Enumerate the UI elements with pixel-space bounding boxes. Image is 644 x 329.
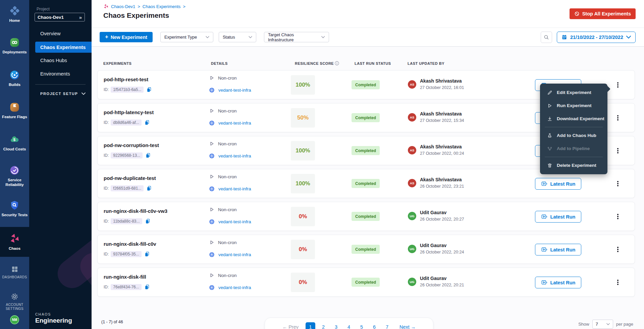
experiment-name[interactable]: pod-http-latency-test <box>104 109 154 115</box>
column-experiments: EXPERIMENTS <box>103 61 131 65</box>
sidebar-item-home[interactable]: Home <box>0 0 29 27</box>
resilience-score: 100% <box>291 75 315 95</box>
menu-item-add-to-pipeline[interactable]: Add to Pipeline <box>540 142 607 155</box>
copy-icon[interactable] <box>144 251 150 257</box>
row-menu-kebab[interactable] <box>615 146 621 155</box>
latest-run-button[interactable]: Latest Run <box>535 178 581 190</box>
experiment-name[interactable]: run-nginx-disk-fill-c0v <box>104 241 156 247</box>
gear-icon <box>10 292 19 301</box>
pagination-prev[interactable]: ← Prev <box>282 324 299 329</box>
project-setup-section[interactable]: PROJECT SETUP <box>40 92 86 96</box>
kubernetes-icon <box>209 87 215 93</box>
row-menu-kebab[interactable] <box>615 81 621 89</box>
latest-run-button[interactable]: Latest Run <box>535 244 581 255</box>
sidebar-item-service-reliability[interactable]: Service Reliability <box>0 161 29 191</box>
pagination-page-2[interactable]: 2 <box>317 322 330 329</box>
copy-icon[interactable] <box>144 284 150 290</box>
latest-run-button[interactable]: Latest Run <box>535 211 581 223</box>
sidebar-item-builds[interactable]: Builds <box>0 66 29 91</box>
experiment-id: 92296568-13... <box>111 152 143 158</box>
sidebar-item-deployments[interactable]: Deployments <box>0 34 29 58</box>
experiment-name[interactable]: pod-nw-duplicate-test <box>104 175 156 181</box>
experiment-name[interactable]: pod-nw-corruption-test <box>104 142 159 148</box>
infrastructure-link[interactable]: vedant-test-infra <box>218 285 251 290</box>
pagination-next[interactable]: Next → <box>399 324 416 329</box>
stop-all-experiments-button[interactable]: Stop All Experiments <box>570 8 636 19</box>
latest-run-button[interactable]: Latest Run <box>535 277 581 288</box>
copy-icon[interactable] <box>144 120 150 126</box>
experiment-id: 76e8f434-76... <box>111 284 141 290</box>
info-icon[interactable] <box>334 61 339 66</box>
copy-icon[interactable] <box>146 185 152 191</box>
new-experiment-button[interactable]: + New Experiment <box>100 32 153 42</box>
pagination-page-3[interactable]: 3 <box>330 322 342 329</box>
sidebar-item-dashboards[interactable]: DASHBOARDS <box>0 262 29 283</box>
user-avatar[interactable]: NM <box>10 315 19 324</box>
experiment-type-filter[interactable]: Experiment Type <box>160 32 213 42</box>
copy-icon[interactable] <box>146 87 152 93</box>
nav-item-environments[interactable]: Environments <box>29 67 92 81</box>
status-badge: Completed <box>352 245 380 254</box>
schedule-label: Non-cron <box>218 240 237 245</box>
breadcrumb-project-link[interactable]: Chaos-Dev1 <box>111 4 135 9</box>
copy-icon[interactable] <box>145 152 151 158</box>
pagination-page-5[interactable]: 5 <box>355 322 368 329</box>
row-menu-kebab[interactable] <box>615 113 621 122</box>
copy-icon[interactable] <box>145 218 151 224</box>
row-menu-kebab[interactable] <box>615 245 621 254</box>
date-range-picker[interactable]: 21/10/2022 - 27/10/2022 <box>557 32 636 43</box>
row-menu-kebab[interactable] <box>615 179 621 188</box>
infrastructure-link[interactable]: vedant-test-infra <box>218 88 251 93</box>
page-size-select[interactable]: 7 <box>592 320 613 329</box>
sidebar-item-feature-flags[interactable]: Feature Flags <box>0 98 29 123</box>
filter-label: Experiment Type <box>164 35 197 40</box>
pagination-page-4[interactable]: 4 <box>342 322 355 329</box>
resilience-score: 0% <box>291 240 315 259</box>
breadcrumb-page-link[interactable]: Chaos Experiments <box>143 4 180 9</box>
experiment-id: 93784f05-35... <box>111 251 141 257</box>
search-button[interactable] <box>541 32 552 43</box>
nav-item-chaos-experiments[interactable]: Chaos Experiments <box>35 42 92 53</box>
experiment-name[interactable]: run-nginx-disk-fill-c0v-vw3 <box>104 208 167 214</box>
infrastructure-link[interactable]: vedant-test-infra <box>218 252 251 257</box>
trash-icon <box>547 163 552 168</box>
cron-play-icon <box>209 108 214 113</box>
menu-item-run-experiment[interactable]: Run Experiment <box>540 99 607 112</box>
brand-chaos-label: CHAOS <box>35 312 72 316</box>
status-filter[interactable]: Status <box>219 32 256 42</box>
status-badge: Completed <box>352 212 380 221</box>
project-name: Chaos-Dev1 <box>38 15 79 20</box>
experiment-name[interactable]: pod-http-reset-test <box>104 77 148 82</box>
pagination-page-7[interactable]: 7 <box>381 322 393 329</box>
sidebar-item-security-tests[interactable]: Security Tests <box>0 196 29 221</box>
latest-run-icon <box>541 214 548 220</box>
experiment-id: 11bda88c-83... <box>111 218 142 224</box>
experiment-name[interactable]: run-nginx-disk-fill <box>104 274 146 280</box>
infrastructure-link[interactable]: vedant-test-infra <box>218 219 251 224</box>
row-menu-kebab[interactable] <box>615 278 621 287</box>
row-menu-kebab[interactable] <box>615 212 621 221</box>
menu-item-delete-experiment[interactable]: Delete Experiment <box>540 159 607 172</box>
infrastructure-link[interactable]: vedant-test-infra <box>218 121 251 126</box>
infrastructure-link[interactable]: vedant-test-infra <box>218 186 251 191</box>
target-chaos-infrastructure-filter[interactable]: Target Chaos Infrastructure <box>264 32 329 42</box>
pagination-page-6[interactable]: 6 <box>368 322 381 329</box>
pagination-page-1[interactable]: 1 <box>306 322 315 329</box>
infrastructure-link[interactable]: vedant-test-infra <box>218 153 251 158</box>
stop-all-label: Stop All Experiments <box>582 11 631 16</box>
nav-item-overview[interactable]: Overview <box>29 27 92 40</box>
resilience-score: 50% <box>291 108 315 128</box>
project-selector[interactable]: Chaos-Dev1 » <box>35 13 85 21</box>
updated-by-date: 26 October 2022, 23:21 <box>420 184 464 189</box>
menu-item-add-to-chaos-hub[interactable]: Add to Chaos Hub <box>540 129 607 142</box>
menu-item-download-experiment[interactable]: Download Experiment <box>540 112 607 125</box>
updated-by-date: 27 October 2022, 00:24 <box>420 151 464 156</box>
menu-item-edit-experiment[interactable]: Edit Experiment <box>540 86 607 99</box>
infrastructure-line: vedant-test-infra <box>209 285 251 290</box>
expand-projects-icon[interactable]: » <box>79 14 82 20</box>
nav-item-chaos-hubs[interactable]: Chaos Hubs <box>29 54 92 67</box>
sidebar-item-chaos[interactable]: Chaos <box>0 227 29 257</box>
sidebar-item-account-settings[interactable]: ACCOUNT SETTINGS <box>0 289 29 315</box>
sidebar-item-cloud-costs[interactable]: $ Cloud Costs <box>0 131 29 155</box>
cron-play-icon <box>209 207 214 212</box>
